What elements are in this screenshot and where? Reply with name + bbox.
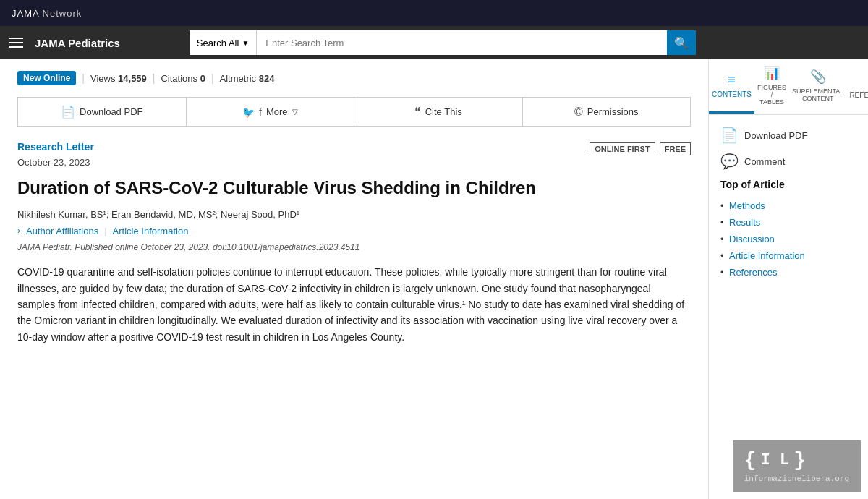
action-bar: 📄 Download PDF 🐦 f More ▽ ❝ Cite This © …: [17, 97, 691, 127]
nav-item-discussion[interactable]: Discussion: [720, 231, 856, 247]
top-bar: JAMA Network: [0, 0, 868, 26]
sidebar-comment-label: Comment: [744, 156, 785, 167]
article-information-link[interactable]: Article Information: [113, 226, 189, 236]
tab-contents-label: CONTENTS: [712, 90, 752, 98]
hamburger-menu[interactable]: [9, 38, 23, 48]
chevron-down-icon: ▼: [242, 39, 249, 47]
sidebar-download-pdf[interactable]: 📄 Download PDF: [720, 127, 856, 144]
permissions-label: Permissions: [587, 106, 639, 117]
tab-references[interactable]: ❝ REFERENCES: [846, 59, 868, 114]
article-citation: JAMA Pediatr. Published online October 2…: [17, 242, 691, 252]
tab-figures[interactable]: 📊 FIGURES /TABLES: [754, 59, 789, 114]
online-badges: ONLINE FIRST FREE: [590, 142, 691, 155]
permissions-icon: ©: [574, 106, 583, 119]
tab-figures-label: FIGURES /TABLES: [757, 84, 786, 106]
article-date: October 23, 2023: [17, 157, 691, 168]
sidebar-pdf-icon: 📄: [720, 127, 739, 144]
nav-item-methods[interactable]: Methods: [720, 197, 856, 214]
nav-bar: JAMA Pediatrics Search All ▼ 🔍: [0, 26, 868, 59]
tab-supplemental[interactable]: 📎 SUPPLEMENTALCONTENT: [789, 59, 846, 114]
nav-item-article-information[interactable]: Article Information: [720, 247, 856, 264]
facebook-icon: f: [259, 106, 262, 118]
supplemental-icon: 📎: [810, 69, 826, 85]
watermark: { I L } informazionelibera.org: [733, 440, 861, 492]
permissions-button[interactable]: © Permissions: [523, 98, 691, 126]
search-icon: 🔍: [674, 36, 689, 50]
sidebar-comment[interactable]: 💬 Comment: [720, 153, 856, 170]
watermark-site: informazionelibera.org: [744, 474, 849, 483]
search-select-label: Search All: [197, 38, 239, 48]
search-select[interactable]: Search All ▼: [190, 30, 256, 55]
download-pdf-button[interactable]: 📄 Download PDF: [18, 98, 187, 126]
sidebar-content: 📄 Download PDF 💬 Comment Top of Article …: [709, 115, 868, 292]
citations-value: 0: [200, 73, 205, 84]
sidebar-nav-list: Methods Results Discussion Article Infor…: [720, 197, 856, 281]
journal-title[interactable]: JAMA Pediatrics: [35, 37, 120, 49]
views-label: Views: [90, 73, 115, 84]
watermark-il: I L: [761, 451, 790, 469]
article-sidebar: ≡ CONTENTS 📊 FIGURES /TABLES 📎 SUPPLEMEN…: [709, 59, 868, 499]
search-button[interactable]: 🔍: [667, 30, 696, 55]
logo-bold: JAMA: [12, 8, 39, 19]
logo-light: Network: [39, 8, 82, 19]
tab-references-label: REFERENCES: [849, 91, 868, 99]
new-online-badge: New Online: [17, 71, 76, 85]
sidebar-tabs: ≡ CONTENTS 📊 FIGURES /TABLES 📎 SUPPLEMEN…: [709, 59, 868, 115]
citations-label: Citations: [161, 73, 197, 84]
nav-item-references[interactable]: References: [720, 264, 856, 281]
article-meta-bar: New Online | Views 14,559 | Citations 0 …: [17, 71, 691, 85]
altmetric-score: Altmetric 824: [220, 73, 275, 84]
cite-this-label: Cite This: [425, 106, 462, 117]
article-authors: Nikhilesh Kumar, BS¹; Eran Bendavid, MD,…: [17, 209, 691, 220]
article-affiliations: › Author Affiliations | Article Informat…: [17, 226, 691, 236]
online-first-badge: ONLINE FIRST: [590, 142, 655, 155]
sidebar-section-title: Top of Article: [720, 179, 856, 190]
contents-icon: ≡: [728, 72, 736, 88]
article-title: Duration of SARS-CoV-2 Culturable Virus …: [17, 176, 691, 199]
more-label: More: [266, 106, 288, 117]
tab-contents[interactable]: ≡ CONTENTS: [709, 59, 754, 114]
figures-icon: 📊: [764, 65, 780, 81]
chevron-right-icon: ›: [17, 226, 20, 236]
article-type: Research Letter: [17, 141, 94, 153]
twitter-icon: 🐦: [242, 106, 255, 118]
cite-this-button[interactable]: ❝ Cite This: [354, 98, 523, 126]
network-logo[interactable]: JAMA Network: [12, 8, 82, 19]
views-count: Views 14,559: [90, 73, 147, 84]
authors-text: Nikhilesh Kumar, BS¹; Eran Bendavid, MD,…: [17, 209, 299, 220]
chevron-down-icon: ▽: [292, 108, 298, 116]
search-container: Search All ▼ 🔍: [190, 30, 696, 55]
altmetric-label: Altmetric: [220, 73, 257, 84]
article-content: Research Letter ONLINE FIRST FREE Octobe…: [17, 141, 691, 345]
search-input[interactable]: [256, 30, 667, 55]
article-main: New Online | Views 14,559 | Citations 0 …: [0, 59, 709, 499]
pdf-icon: 📄: [61, 105, 75, 119]
watermark-brace-left: {: [744, 449, 757, 472]
more-button[interactable]: 🐦 f More ▽: [187, 98, 355, 126]
page-content: New Online | Views 14,559 | Citations 0 …: [0, 59, 868, 499]
download-pdf-label: Download PDF: [80, 106, 142, 117]
sidebar-pdf-label: Download PDF: [744, 130, 807, 141]
citations-count: Citations 0: [161, 73, 205, 84]
cite-icon: ❝: [414, 105, 421, 119]
altmetric-value: 824: [259, 73, 275, 84]
author-affiliations-link[interactable]: Author Affiliations: [26, 226, 98, 236]
tab-supplemental-label: SUPPLEMENTALCONTENT: [792, 88, 843, 102]
sidebar-comment-icon: 💬: [720, 153, 739, 170]
nav-item-results[interactable]: Results: [720, 214, 856, 231]
article-body: COVID-19 quarantine and self-isolation p…: [17, 264, 691, 345]
watermark-brace-right: }: [793, 449, 806, 472]
free-badge: FREE: [660, 142, 691, 155]
views-value: 14,559: [118, 73, 147, 84]
